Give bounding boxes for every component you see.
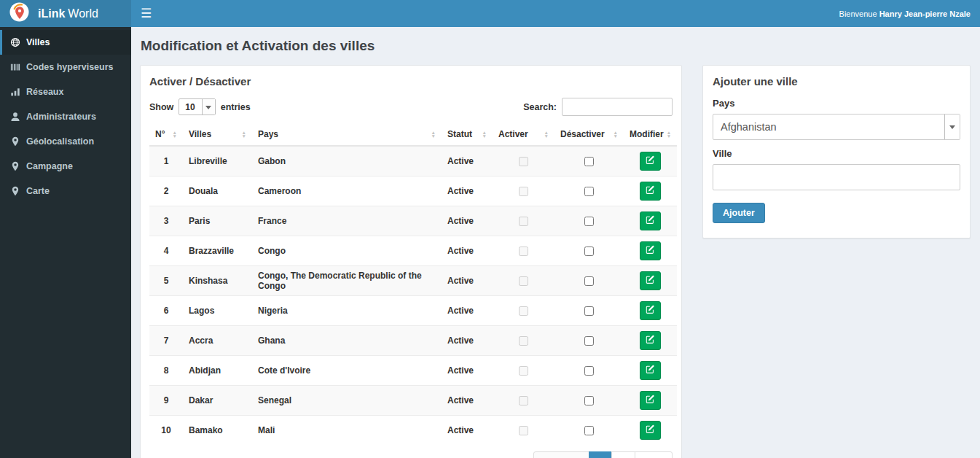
cell-ville: Paris [183,206,252,236]
cell-activer [493,295,554,325]
page-title: Modification et Activation des villes [141,38,971,54]
table-row: 8AbidjanCote d'IvoireActive [149,355,677,385]
modifier-button[interactable] [640,271,661,290]
modifier-button[interactable] [640,152,661,171]
cell-pays: Senegal [252,385,442,415]
sidebar-item-geolocalisation[interactable]: Géolocalisation [0,129,131,154]
column-header[interactable]: Villes▲▼ [183,123,252,146]
brand[interactable]: iLinkWorld [0,0,131,27]
column-header[interactable]: Pays▲▼ [252,123,442,146]
column-header[interactable]: Désactiver▲▼ [554,123,624,146]
page-button-1[interactable]: 1 [589,451,613,458]
cell-num: 1 [149,146,183,176]
villes-table-body: 1LibrevilleGabonActive2DoualaCameroonAct… [149,146,677,445]
cell-statut: Active [442,385,493,415]
pagination: Previous12Next [533,451,673,458]
column-header[interactable]: N°▲▼ [149,123,183,146]
pays-select[interactable]: Afghanistan [713,114,960,140]
cell-modifier [624,265,677,295]
cell-activer [493,236,554,265]
sidebar-item-carte[interactable]: Carte [0,179,131,203]
ville-input[interactable] [713,164,960,190]
desactiver-checkbox[interactable] [584,247,594,256]
sidebar-item-label: Codes hyperviseurs [26,62,114,72]
table-header-row: N°▲▼Villes▲▼Pays▲▼Statut▲▼Activer▲▼Désac… [149,123,677,146]
desactiver-checkbox[interactable] [584,187,594,196]
ajouter-button[interactable]: Ajouter [713,203,765,223]
activer-checkbox [519,247,528,256]
sidebar-item-administrateurs[interactable]: Administrateurs [0,104,131,129]
page-button-2[interactable]: 2 [611,451,635,458]
villes-table-card: Activer / Désactiver Show 10 entries Sea… [140,65,682,458]
column-header[interactable]: Activer▲▼ [493,123,554,146]
modifier-button[interactable] [640,391,661,410]
cell-desactiver [554,355,624,385]
app-logo-icon [9,2,29,25]
cell-num: 5 [149,265,183,295]
cell-pays: Congo, The Democratic Republic of the Co… [252,265,442,295]
cell-pays: Congo [252,236,442,265]
column-header[interactable]: Statut▲▼ [442,123,493,146]
sidebar-toggle-icon[interactable]: ☰ [141,7,152,20]
cell-modifier [624,236,677,265]
cell-activer [493,146,554,176]
page-button-next[interactable]: Next [635,451,673,458]
activer-checkbox [519,336,528,346]
sidebar-item-reseaux[interactable]: Réseaux [0,79,131,104]
search-label: Search: [523,102,557,112]
page-length-select[interactable]: 10 [179,98,215,115]
chart-icon [10,87,20,97]
cell-activer [493,325,554,355]
sort-icon: ▲▼ [614,131,618,139]
cell-pays: Gabon [252,146,442,176]
cell-pays: Mali [252,415,442,445]
desactiver-checkbox[interactable] [584,336,594,346]
brand-text: iLinkWorld [38,7,98,20]
cell-pays: Ghana [252,325,442,355]
modifier-button[interactable] [640,211,661,230]
sidebar-item-campagne[interactable]: Campagne [0,154,131,179]
activer-checkbox [519,396,528,405]
cell-modifier [624,206,677,236]
sidebar-item-codes-hyperviseurs[interactable]: Codes hyperviseurs [0,55,131,79]
sidebar-item-villes[interactable]: Villes [0,30,131,55]
cell-num: 7 [149,325,183,355]
desactiver-checkbox[interactable] [584,157,594,166]
sidebar-item-label: Villes [26,37,50,47]
table-row: 3ParisFranceActive [149,206,677,236]
show-label: Show [149,102,173,112]
pin-icon [10,161,20,171]
modifier-button[interactable] [640,361,661,380]
desactiver-checkbox[interactable] [584,426,594,435]
sidebar-menu: VillesCodes hyperviseursRéseauxAdministr… [0,30,131,203]
desactiver-checkbox[interactable] [584,396,594,405]
cell-desactiver [554,415,624,445]
main-content: Modification et Activation des villes Ac… [131,27,980,458]
edit-icon [646,365,655,376]
modifier-button[interactable] [640,241,661,260]
modifier-button[interactable] [640,331,661,350]
desactiver-checkbox[interactable] [584,217,594,226]
page-button-previous[interactable]: Previous [533,451,589,458]
cell-modifier [624,415,677,445]
desactiver-checkbox[interactable] [584,306,594,316]
activer-checkbox [519,276,528,286]
modifier-button[interactable] [640,421,661,440]
pin-icon [10,186,20,196]
desactiver-checkbox[interactable] [584,276,594,286]
cell-ville: Lagos [183,295,252,325]
cell-ville: Douala [183,176,252,206]
add-ville-card: Ajouter une ville Pays Afghanistan Ville… [702,65,971,238]
cell-modifier [624,385,677,415]
sidebar-item-label: Réseaux [26,87,63,97]
desactiver-checkbox[interactable] [584,366,594,376]
activer-checkbox [519,306,528,316]
modifier-button[interactable] [640,182,661,201]
cell-num: 3 [149,206,183,236]
cell-activer [493,176,554,206]
modifier-button[interactable] [640,301,661,320]
column-header[interactable]: Modifier▲▼ [624,123,677,146]
table-row: 9DakarSenegalActive [149,385,677,415]
cell-pays: France [252,206,442,236]
search-input[interactable] [562,98,673,116]
